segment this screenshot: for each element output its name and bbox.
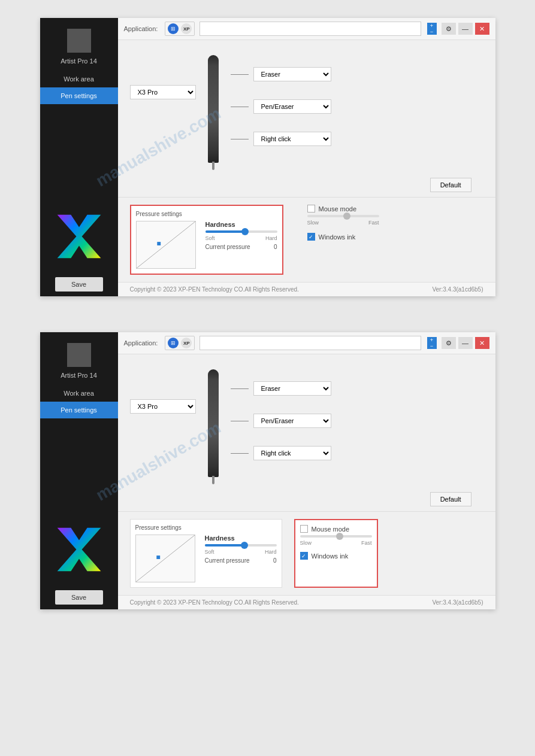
- app-label-1: Application:: [124, 25, 158, 32]
- mouse-mode-label-1: Mouse mode: [319, 205, 357, 212]
- sidebar-item-workarea-1[interactable]: Work area: [40, 71, 118, 87]
- default-btn-wrapper-1: Default: [118, 178, 495, 197]
- sidebar-item-pensettings-1[interactable]: Pen settings: [40, 87, 118, 104]
- pressure-section-2: Pressure settings Hardness: [118, 511, 495, 595]
- sidebar-item-pensettings-2[interactable]: Pen settings: [40, 402, 118, 418]
- device-name-2: Artist Pro 14: [61, 372, 97, 379]
- window-controls-1: ⚙ — ✕: [442, 23, 489, 35]
- windows-ink-checkbox-2[interactable]: [300, 552, 308, 560]
- mouse-mode-checkbox-2[interactable]: [300, 525, 308, 533]
- settings-btn-2[interactable]: ⚙: [442, 337, 456, 349]
- pen-peneraser-select-1[interactable]: Pen/Eraser: [253, 99, 331, 114]
- save-button-2[interactable]: Save: [55, 590, 103, 605]
- pressure-controls-1: Hardness Soft Hard: [205, 221, 277, 269]
- slow-fast-labels-1: Slow Fast: [307, 220, 379, 226]
- window-controls-2: ⚙ — ✕: [442, 337, 489, 349]
- xp-logo-2: [49, 520, 109, 579]
- pressure-graph-1: [136, 221, 196, 269]
- pressure-box-1: Pressure settings Hardness: [130, 205, 283, 275]
- app-icon-xp-1[interactable]: XP: [181, 23, 192, 34]
- app-label-2: Application:: [124, 339, 158, 347]
- add-btn-2[interactable]: +: [427, 337, 437, 343]
- pen-stylus-2: [208, 369, 219, 477]
- add-btn-1[interactable]: +: [427, 23, 437, 29]
- footer-bar-1: Copyright © 2023 XP-PEN Technology CO.Al…: [118, 282, 495, 296]
- pressure-graph-2: [135, 535, 195, 582]
- settings-btn-1[interactable]: ⚙: [442, 23, 456, 35]
- mouse-mode-checkbox-1[interactable]: [307, 205, 315, 212]
- pen-model-select-1[interactable]: X3 Pro: [130, 85, 196, 99]
- device-name-1: Artist Pro 14: [61, 57, 97, 65]
- app-icon-grid-2[interactable]: ⊞: [168, 338, 179, 348]
- hardness-slider-row-2: [205, 544, 277, 546]
- fast-label-2: Fast: [361, 540, 372, 546]
- mouse-mode-row-1: Mouse mode: [307, 205, 379, 212]
- pen-function-eraser-1: Eraser: [231, 67, 331, 81]
- panel-1: manualshive.com Artist Pro 14 Work area …: [40, 18, 495, 296]
- pen-rightclick-select-1[interactable]: Right click: [253, 132, 331, 146]
- app-icon-xp-2[interactable]: XP: [181, 338, 192, 348]
- minimize-btn-1[interactable]: —: [458, 23, 473, 35]
- close-btn-2[interactable]: ✕: [475, 337, 489, 349]
- hardness-slider-track-1[interactable]: [205, 230, 277, 233]
- default-btn-wrapper-2: Default: [118, 492, 495, 511]
- app-input-1[interactable]: [200, 22, 421, 36]
- windows-ink-label-2: Windows ink: [312, 552, 349, 560]
- svg-line-5: [136, 535, 195, 582]
- version-2: Ver:3.4.3(a1cd6b5): [432, 599, 483, 606]
- avatar-1: [67, 29, 91, 53]
- pen-function-peneraser-2: Pen/Eraser: [231, 414, 331, 428]
- speed-slider-track-2: [300, 535, 372, 538]
- main-content-2: Application: ⊞ XP + − ⚙ — ✕: [118, 332, 495, 609]
- windows-ink-row-1: Windows ink: [307, 233, 379, 241]
- sidebar-logo-2: [49, 418, 109, 585]
- minimize-btn-2[interactable]: —: [458, 337, 473, 349]
- default-button-2[interactable]: Default: [430, 492, 471, 506]
- remove-btn-2[interactable]: −: [427, 343, 437, 349]
- svg-marker-4: [57, 528, 101, 572]
- slow-fast-labels-2: Slow Fast: [300, 540, 372, 546]
- pen-image-col-1: [202, 49, 225, 169]
- version-1: Ver:3.4.3(a1cd6b5): [432, 286, 483, 293]
- current-pressure-value-1: 0: [274, 244, 277, 250]
- pen-function-rightclick-1: Right click: [231, 132, 331, 146]
- current-pressure-row-2: Current pressure 0: [205, 557, 277, 564]
- hardness-slider-track-2[interactable]: [205, 544, 277, 546]
- soft-label-2: Soft: [205, 549, 214, 555]
- add-remove-1: + −: [427, 23, 437, 35]
- xp-logo-1: [49, 207, 109, 266]
- add-remove-2: + −: [427, 337, 437, 349]
- app-icon-grid-1[interactable]: ⊞: [168, 23, 179, 34]
- pen-model-select-2[interactable]: X3 Pro: [130, 399, 196, 414]
- hardness-slider-thumb-2[interactable]: [241, 542, 248, 549]
- app-input-2[interactable]: [200, 336, 421, 350]
- header-bar-1: Application: ⊞ XP + − ⚙ — ✕: [118, 18, 495, 40]
- soft-hard-labels-1: Soft Hard: [205, 235, 277, 241]
- pen-rightclick-select-2[interactable]: Right click: [253, 446, 331, 460]
- pen-peneraser-select-2[interactable]: Pen/Eraser: [253, 414, 331, 428]
- sidebar-2: Artist Pro 14 Work area Pen settings: [40, 332, 118, 609]
- default-button-1[interactable]: Default: [430, 178, 471, 192]
- right-options-1: Mouse mode Slow Fast: [307, 205, 379, 275]
- header-bar-2: Application: ⊞ XP + − ⚙ — ✕: [118, 332, 495, 354]
- save-button-1[interactable]: Save: [55, 277, 103, 292]
- windows-ink-checkbox-1[interactable]: [307, 233, 315, 241]
- sidebar-item-workarea-2[interactable]: Work area: [40, 385, 118, 402]
- svg-rect-6: [156, 555, 160, 559]
- svg-rect-3: [157, 242, 161, 245]
- slow-label-2: Slow: [300, 540, 312, 546]
- windows-ink-label-1: Windows ink: [319, 233, 356, 241]
- pen-eraser-select-2[interactable]: Eraser: [253, 381, 331, 396]
- pressure-box-2: Pressure settings Hardness: [130, 519, 282, 588]
- pen-image-col-2: [202, 363, 225, 483]
- svg-line-2: [137, 221, 195, 268]
- speed-slider-track-1: [307, 215, 379, 217]
- close-btn-1[interactable]: ✕: [475, 23, 489, 35]
- pen-eraser-select-1[interactable]: Eraser: [253, 67, 331, 81]
- app-icons-2: ⊞ XP: [165, 336, 195, 350]
- copyright-1: Copyright © 2023 XP-PEN Technology CO.Al…: [130, 286, 299, 293]
- hardness-slider-thumb-1[interactable]: [241, 228, 249, 235]
- slow-label-1: Slow: [307, 220, 319, 226]
- remove-btn-1[interactable]: −: [427, 29, 437, 35]
- pen-area-2: X3 Pro Eraser Pen/Eraser: [118, 354, 495, 492]
